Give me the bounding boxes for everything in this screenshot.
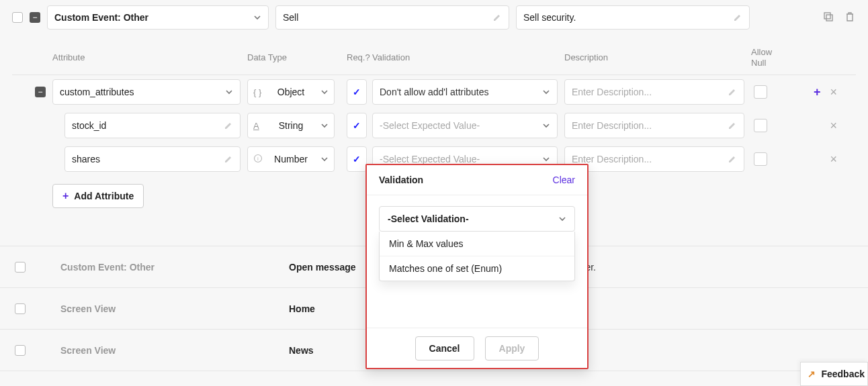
chevron-down-icon [253,13,261,21]
description-placeholder: Enter Description... [572,87,652,97]
datatype-value: Object [277,87,304,97]
col-validation: Validation [372,52,564,62]
col-allownull: Allow Null [751,47,785,68]
validation-value: Don't allow add'l attributes [380,87,489,97]
event-type: Screen View [60,345,289,356]
edit-icon [492,13,502,22]
datatype-value: String [279,120,304,131]
chevron-down-icon [558,215,566,223]
datatype-select[interactable]: A String [247,113,335,138]
description-input[interactable]: Enter Description... [564,146,744,172]
chevron-down-icon [542,155,550,163]
col-attribute: Attribute [52,52,247,62]
object-type-icon: { } [253,87,261,97]
required-checkbox[interactable] [347,146,367,172]
collapse-icon[interactable]: − [35,87,46,97]
attribute-name-value: shares [72,154,100,164]
cancel-button[interactable]: Cancel [415,336,474,360]
datatype-select[interactable]: { } Object [247,79,335,105]
event-description-input[interactable]: Sell security. [516,5,750,30]
edit-icon [728,154,737,164]
description-input[interactable]: Enter Description... [564,79,744,105]
collapse-icon[interactable]: − [30,12,40,23]
event-type-label: Custom Event: Other [54,12,148,23]
string-type-icon: A [253,121,259,131]
chevron-down-icon [225,88,233,96]
attribute-name-value: custom_attributes [60,87,134,97]
remove-row-icon[interactable]: × [830,152,837,166]
attribute-name-select[interactable]: custom_attributes [52,79,241,105]
validation-type-select[interactable]: -Select Validation- [379,206,575,232]
add-child-icon[interactable]: + [814,85,821,99]
required-checkbox[interactable] [347,113,367,138]
feedback-tab[interactable]: ↗ Feedback [800,362,868,386]
chevron-down-icon [542,88,550,96]
row-checkbox[interactable] [15,345,26,356]
trash-icon[interactable] [844,11,856,25]
popover-title: Validation [379,175,423,185]
attribute-row-root: − custom_attributes { } Object Do [12,75,856,109]
edit-icon [733,13,742,22]
description-placeholder: Enter Description... [572,154,652,164]
attribute-name-input[interactable]: stock_id [64,113,241,138]
select-all-checkbox[interactable] [12,12,23,23]
chevron-down-icon [320,155,329,163]
attribute-name-value: stock_id [72,120,106,131]
description-input[interactable]: Enter Description... [564,113,744,138]
arrow-up-right-icon: ↗ [808,369,816,379]
event-description-value: Sell security. [523,12,576,23]
validation-select[interactable]: -Select Expected Value- [372,113,558,138]
add-attribute-button[interactable]: + Add Attribute [52,184,144,208]
svg-rect-0 [824,13,830,19]
validation-popover: Validation Clear -Select Validation- Min… [365,164,589,369]
datatype-value: Number [274,154,308,164]
validation-placeholder: -Select Expected Value- [380,120,480,131]
number-type-icon: i [253,154,263,165]
edit-icon [728,121,737,130]
col-description: Description [564,52,751,62]
remove-row-icon[interactable]: × [830,85,837,99]
edit-icon [224,154,233,164]
event-type: Custom Event: Other [60,262,289,273]
add-attribute-label: Add Attribute [74,191,134,201]
row-checkbox[interactable] [15,262,26,273]
col-required: Req.? [347,52,372,62]
svg-text:i: i [257,156,259,162]
allow-null-checkbox[interactable] [754,152,767,166]
copy-icon[interactable] [822,11,834,25]
attribute-name-input[interactable]: shares [64,146,241,172]
event-type: Screen View [60,303,289,314]
validation-select-label: -Select Validation- [388,213,469,224]
event-name-value: Sell [283,12,298,23]
edit-icon [728,87,737,97]
event-type-select[interactable]: Custom Event: Other [47,5,269,30]
plus-icon: + [62,190,69,202]
allow-null-checkbox[interactable] [754,119,767,132]
validation-placeholder: -Select Expected Value- [380,154,480,164]
chevron-down-icon [542,122,550,130]
col-datatype: Data Type [247,52,347,62]
clear-link[interactable]: Clear [553,175,575,185]
attribute-row-child: stock_id A String -Select Expected Value… [12,109,856,142]
row-checkbox[interactable] [15,303,26,314]
validation-dropdown: Min & Max values Matches one of set (Enu… [379,232,575,281]
validation-select[interactable]: Don't allow add'l attributes [372,79,558,105]
feedback-label: Feedback [821,369,865,379]
chevron-down-icon [320,122,329,130]
chevron-down-icon [320,88,329,96]
validation-option[interactable]: Matches one of set (Enum) [380,256,574,281]
edit-icon [224,121,233,130]
attribute-table-header: Attribute Data Type Req.? Validation Des… [12,35,856,75]
validation-option[interactable]: Min & Max values [380,232,574,256]
allow-null-checkbox[interactable] [754,85,767,99]
datatype-select[interactable]: i Number [247,146,335,172]
svg-rect-1 [826,15,832,21]
required-checkbox[interactable] [347,79,367,105]
description-placeholder: Enter Description... [572,120,652,131]
apply-button[interactable]: Apply [485,336,539,360]
remove-row-icon[interactable]: × [830,119,837,133]
event-name-input[interactable]: Sell [275,5,509,30]
